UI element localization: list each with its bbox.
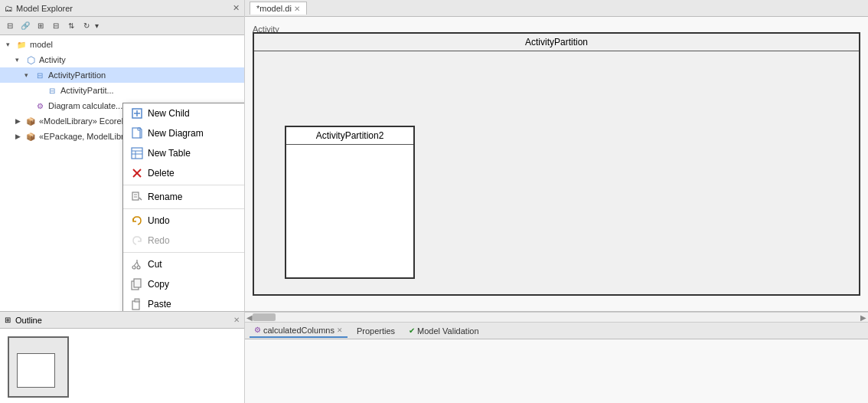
- model-explorer-title: 🗂 Model Explorer: [5, 4, 73, 13]
- refresh-button[interactable]: ↻: [80, 19, 93, 33]
- bottom-right-panel: ◀ ▶ ⚙ calculatedColumns ✕ Properties ✔ M…: [245, 312, 868, 403]
- activity-label: Activity: [39, 55, 66, 64]
- svg-rect-29: [135, 299, 139, 302]
- bottom-content-area: [245, 339, 868, 403]
- svg-point-21: [132, 266, 135, 269]
- tree-area[interactable]: ▾ 📁 model ▾ ⬡ Activity: [0, 35, 244, 311]
- tab-calculated-columns[interactable]: ⚙ calculatedColumns ✕: [250, 324, 348, 338]
- expand-epackage-icon[interactable]: ▶: [15, 133, 24, 140]
- epackage-icon: 📦: [24, 130, 37, 143]
- link-editor-button[interactable]: 🔗: [18, 19, 32, 33]
- tab-properties-label: Properties: [357, 326, 395, 336]
- bottom-area: ⊞ Outline ✕ ◀ ▶ ⚙ calculatedColumns: [0, 311, 868, 403]
- rename-icon: [129, 190, 145, 204]
- activitypartit-label: ActivityPartit...: [60, 86, 114, 95]
- scroll-thumb[interactable]: [253, 313, 276, 321]
- expand-model-icon[interactable]: ▾: [6, 41, 15, 48]
- tree-item-activity[interactable]: ▾ ⬡ Activity: [0, 52, 244, 67]
- diagram-icon: ⚙: [34, 100, 46, 112]
- diagram-tab-close-icon[interactable]: ✕: [294, 5, 300, 13]
- diagram-header: *model.di ✕: [245, 0, 868, 17]
- tab-model-validation-label: Model Validation: [417, 326, 479, 336]
- separator-2: [123, 208, 244, 209]
- separator-1: [123, 185, 244, 185]
- sort-button[interactable]: ⇅: [64, 19, 78, 33]
- expand-activity-icon[interactable]: ▾: [15, 56, 24, 64]
- outline-header: ⊞ Outline ✕: [0, 312, 244, 329]
- expand-all-button[interactable]: ⊞: [34, 19, 47, 33]
- diagram-tab-model[interactable]: *model.di ✕: [250, 2, 307, 15]
- svg-line-23: [134, 262, 137, 266]
- menu-item-paste[interactable]: Paste Ctrl+V: [123, 294, 244, 311]
- model-explorer-label: Model Explorer: [16, 4, 73, 13]
- partition-child-icon: ⊟: [46, 84, 58, 97]
- delete-label: Delete: [148, 168, 244, 179]
- activity-icon: ⬡: [24, 54, 37, 66]
- undo-label: Undo: [148, 215, 244, 226]
- menu-item-cut[interactable]: Cut Ctrl+X: [123, 254, 244, 274]
- svg-line-20: [139, 198, 142, 200]
- cut-icon: [129, 257, 145, 271]
- outline-close-icon[interactable]: ✕: [233, 316, 240, 324]
- model-label: model: [30, 40, 53, 49]
- new-diagram-label: New Diagram: [148, 128, 244, 139]
- menu-item-new-child[interactable]: New Child ▶ ActivityPartition: [123, 103, 244, 123]
- right-panel: *model.di ✕ Activity ActivityPartition A…: [245, 0, 868, 311]
- activity-partition-outer[interactable]: ActivityPartition ActivityPartition2: [253, 32, 860, 296]
- new-child-icon: [129, 106, 145, 120]
- copy-label: Copy: [148, 279, 244, 290]
- svg-rect-28: [132, 301, 139, 310]
- model-explorer-close-icon[interactable]: ✕: [233, 3, 240, 13]
- expand-modellibrary-icon[interactable]: ▶: [15, 117, 24, 125]
- tab-calculated-columns-label: calculatedColumns: [263, 326, 334, 335]
- tab-model-validation[interactable]: ✔ Model Validation: [404, 325, 484, 337]
- svg-rect-11: [132, 148, 142, 159]
- undo-icon: [129, 214, 145, 228]
- tree-item-activitypartition[interactable]: ▾ ⊟ ActivityPartition: [0, 67, 244, 83]
- rename-label: Rename: [148, 192, 244, 202]
- diagram-canvas[interactable]: Activity ActivityPartition ActivityParti…: [245, 17, 868, 311]
- horizontal-scrollbar[interactable]: ◀ ▶: [245, 312, 868, 323]
- tab-properties[interactable]: Properties: [352, 325, 400, 337]
- delete-icon: [129, 166, 145, 180]
- context-menu: New Child ▶ ActivityPartition: [122, 103, 244, 311]
- tree-item-model[interactable]: ▾ 📁 model: [0, 37, 244, 52]
- outline-title: Outline: [15, 316, 42, 325]
- cut-label: Cut: [148, 259, 244, 270]
- svg-point-22: [137, 266, 140, 269]
- menu-item-new-diagram[interactable]: New Diagram ▶: [123, 123, 244, 143]
- activity-partition-title: ActivityPartition: [254, 34, 859, 51]
- partition-icon: ⊟: [34, 69, 46, 81]
- app-container: 🗂 Model Explorer ✕ ⊟ 🔗 ⊞ ⊟ ⇅ ↻ ▾: [0, 0, 868, 403]
- svg-rect-17: [132, 192, 139, 200]
- copy-icon: [129, 277, 145, 291]
- filter-button[interactable]: ⊟: [49, 19, 63, 33]
- menu-item-delete[interactable]: Delete Delete: [123, 163, 244, 183]
- new-diagram-icon: [129, 126, 145, 140]
- new-child-label: New Child: [148, 108, 244, 119]
- folder-icon: 📁: [15, 38, 28, 51]
- tab-calculated-columns-close-icon[interactable]: ✕: [337, 326, 343, 334]
- menu-item-rename[interactable]: Rename F2: [123, 187, 244, 207]
- bottom-tabs-header: ⚙ calculatedColumns ✕ Properties ✔ Model…: [245, 323, 868, 339]
- menu-item-new-table[interactable]: New Table ▶: [123, 143, 244, 163]
- activitypartition-label: ActivityPartition: [48, 70, 106, 80]
- menu-item-undo[interactable]: Undo Ctrl+Z: [123, 211, 244, 231]
- new-table-icon: [129, 146, 145, 160]
- toolbar-dropdown-icon[interactable]: ▾: [95, 21, 99, 30]
- left-panel: 🗂 Model Explorer ✕ ⊟ 🔗 ⊞ ⊟ ⇅ ↻ ▾: [0, 0, 245, 311]
- svg-line-24: [137, 262, 139, 266]
- tree-item-activitypartit[interactable]: ⊟ ActivityPartit...: [0, 83, 244, 98]
- main-area: 🗂 Model Explorer ✕ ⊟ 🔗 ⊞ ⊟ ⇅ ↻ ▾: [0, 0, 868, 311]
- model-explorer-toolbar: ⊟ 🔗 ⊞ ⊟ ⇅ ↻ ▾: [0, 17, 244, 35]
- expand-partition-icon[interactable]: ▾: [24, 71, 34, 79]
- activity-partition-inner[interactable]: ActivityPartition2: [285, 126, 415, 279]
- paste-label: Paste: [148, 299, 244, 310]
- model-explorer-header: 🗂 Model Explorer ✕: [0, 0, 244, 17]
- menu-item-copy[interactable]: Copy Ctrl+C: [123, 274, 244, 294]
- menu-item-redo[interactable]: Redo Ctrl+Y: [123, 231, 244, 251]
- outline-mini-inner: [17, 353, 55, 388]
- bottom-left-panel: ⊞ Outline ✕: [0, 312, 245, 403]
- collapse-all-button[interactable]: ⊟: [3, 19, 17, 33]
- separator-3: [123, 252, 244, 253]
